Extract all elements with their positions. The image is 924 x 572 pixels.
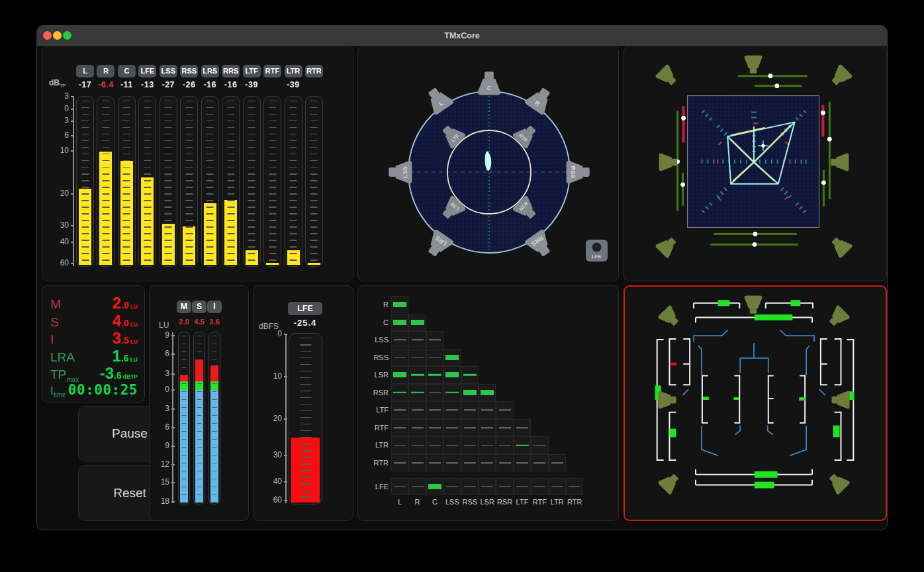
matrix-col-label: LSR (479, 498, 496, 506)
correlation-cell (461, 454, 479, 471)
speaker-icon (831, 154, 849, 171)
correlation-cell (408, 349, 426, 366)
correlation-cell (549, 454, 566, 471)
correlation-cell (391, 478, 408, 495)
speaker-icon[interactable]: RSS (567, 161, 590, 184)
channel-badge[interactable]: RTR (305, 65, 323, 77)
correlation-cell (531, 478, 548, 495)
correlation-cell (461, 401, 479, 418)
speaker-icon (655, 233, 680, 258)
app-window: TMxCore dBTP 30361020304060 L-17R-6.4C-1… (36, 25, 888, 530)
downmix-monitor-panel[interactable] (624, 285, 887, 521)
matrix-row-label: C (358, 318, 389, 326)
m-badge[interactable]: M (177, 301, 191, 313)
scale-label: 0 (165, 385, 169, 394)
matrix-col-label: R (408, 498, 426, 506)
surround-scope-panel: C R RSS RRS LRS LSS L RTF RTR LTR LTF LF… (357, 46, 619, 281)
s-badge[interactable]: S (192, 301, 207, 313)
level-meters-panel: dBTP 30361020304060 L-17R-6.4C-11LFE-13L… (42, 46, 353, 281)
speaker-icon[interactable]: C (478, 72, 501, 95)
correlation-cell (443, 401, 461, 418)
matrix-col-label: LSS (443, 498, 461, 506)
scale-label: 30 (273, 450, 282, 459)
meter-bar (308, 263, 320, 265)
correlation-cell (391, 436, 408, 453)
matrix-col-label: L (391, 498, 408, 506)
channel-peak-value: -39 (240, 80, 263, 89)
svg-text:C: C (487, 85, 492, 91)
i-meter (208, 332, 220, 504)
matrix-row-label: LTF (358, 406, 389, 414)
level-meter-RSS: RSS-26 (180, 46, 198, 282)
level-strip-red (682, 106, 685, 142)
correlation-cell (566, 478, 583, 495)
correlation-cell (479, 384, 496, 401)
speaker-icon (831, 391, 849, 409)
scale-label: 40 (273, 477, 282, 486)
meter-tube (76, 96, 94, 267)
correlation-cell (426, 478, 443, 495)
channel-badge[interactable]: C (118, 65, 136, 77)
channel-badge[interactable]: RSS (180, 65, 198, 77)
level-meter-LRS: LRS-16 (201, 46, 219, 282)
meter-tube (222, 96, 240, 267)
scale-label: 10 (273, 371, 282, 381)
matrix-col-label: C (426, 498, 443, 506)
window-title: TMxCore (37, 26, 887, 46)
level-meters-row: L-17R-6.4C-11LFE-13LSS-27RSS-26LRS-16RRS… (42, 46, 353, 281)
correlation-cell (408, 401, 426, 418)
correlation-cell (479, 419, 496, 436)
lfe-value: -25.4 (280, 318, 330, 328)
loudness-row-lra: LRA 1.6LU (50, 347, 138, 365)
msi-ruler (172, 332, 173, 503)
channel-badge[interactable]: RRS (222, 65, 240, 77)
correlation-cell (443, 384, 461, 401)
speaker-icon (825, 470, 851, 495)
correlation-cell (496, 436, 513, 453)
i-badge[interactable]: I (207, 301, 222, 313)
s-meter (193, 332, 205, 504)
loudness-row-m: M 2.0LU (50, 294, 138, 312)
integration-time: 00:00:25 (68, 382, 138, 398)
level-meter-RTR: RTR (305, 46, 323, 282)
lfe-badge[interactable]: LFE (288, 302, 322, 315)
matrix-row-label: LTR (358, 441, 389, 449)
channel-badge[interactable]: L (76, 65, 94, 77)
channel-badge[interactable]: LTR (285, 65, 302, 77)
matrix-col-label: RSS (461, 498, 479, 506)
matrix-row-label: LFE (358, 483, 389, 491)
matrix-row-label: LSR (358, 371, 389, 379)
downmix-red-tick (670, 363, 676, 365)
meter-bar (246, 250, 258, 265)
lfe-indicator[interactable]: LFE (586, 240, 608, 262)
matrix-col-label: RTR (566, 498, 583, 506)
scale-label: 6 (165, 422, 169, 432)
matrix-row-label: R (358, 301, 389, 309)
correlation-cell (549, 478, 566, 495)
channel-badge[interactable]: R (97, 65, 115, 77)
channel-badge[interactable]: LFE (138, 65, 156, 77)
speaker-icon (657, 470, 682, 495)
downmix-speakers (657, 296, 851, 495)
correlation-cell (426, 401, 443, 418)
channel-badge[interactable]: LSS (160, 65, 177, 77)
msi-meters-panel: LU 9630369121518 M S I 2.0 4.5 3.6 (149, 285, 249, 521)
channel-peak-value: -11 (115, 80, 138, 89)
title-bar: TMxCore (37, 26, 887, 46)
channel-peak-value: -16 (199, 80, 222, 89)
channel-badge[interactable]: LTF (243, 65, 261, 77)
speaker-icon[interactable]: LSS (389, 161, 412, 184)
scale-label: 9 (165, 330, 169, 340)
correlation-cell (496, 401, 513, 418)
channel-badge[interactable]: LRS (201, 65, 219, 77)
i-value: 3.6 (205, 318, 224, 326)
channel-badge[interactable]: RTF (263, 65, 281, 77)
correlation-cell (408, 454, 426, 471)
lfe-bar (291, 438, 320, 502)
level-meter-L: L-17 (76, 46, 94, 282)
lfe-scale: 01020304060 (260, 286, 282, 522)
correlation-cell (426, 366, 443, 383)
loudness-panel: M 2.0LU S 4.0LU I 3.5LU LRA 1.6LU TPmax … (42, 285, 145, 403)
meter-tube (243, 96, 261, 267)
svg-text:LSS: LSS (402, 166, 408, 178)
